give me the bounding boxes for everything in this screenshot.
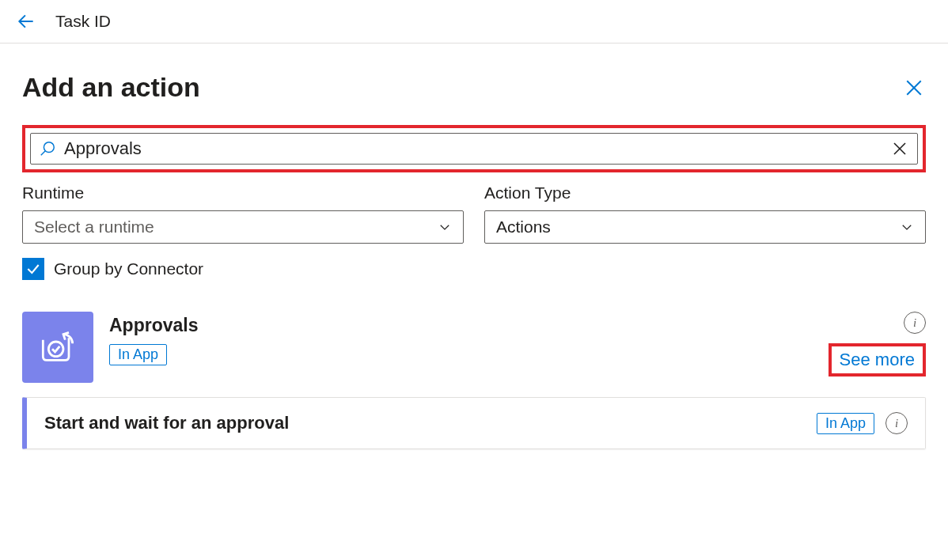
connector-header: Approvals In App i See more — [22, 312, 926, 383]
see-more-highlight: See more — [829, 343, 926, 376]
runtime-filter: Runtime Select a runtime — [22, 184, 464, 244]
action-type-value: Actions — [496, 218, 551, 236]
group-by-label: Group by Connector — [54, 259, 203, 278]
connector-name: Approvals — [109, 315, 198, 336]
x-icon — [890, 139, 909, 158]
content-area: Add an action — [0, 44, 948, 465]
action-right: In App i — [817, 412, 908, 434]
action-title: Start and wait for an approval — [44, 413, 289, 433]
search-box[interactable] — [30, 133, 918, 165]
close-icon — [902, 76, 926, 100]
see-more-link[interactable]: See more — [840, 350, 915, 369]
connector-info-button[interactable]: i — [904, 312, 926, 334]
action-badge: In App — [817, 413, 874, 434]
header-bar: Task ID — [0, 0, 948, 44]
title-row: Add an action — [22, 72, 926, 103]
approvals-icon — [36, 325, 80, 369]
close-button[interactable] — [902, 76, 926, 100]
action-type-filter: Action Type Actions — [484, 184, 926, 244]
action-type-label: Action Type — [484, 184, 926, 202]
svg-point-3 — [44, 142, 54, 153]
chevron-down-icon — [438, 220, 452, 234]
search-highlight-box — [22, 125, 926, 172]
approvals-connector-icon — [22, 312, 93, 383]
search-input[interactable] — [64, 138, 890, 159]
runtime-label: Runtime — [22, 184, 464, 202]
group-by-checkbox[interactable] — [22, 258, 44, 280]
arrow-left-icon — [16, 11, 36, 32]
group-by-row: Group by Connector — [22, 258, 926, 280]
connector-text: Approvals In App — [109, 312, 198, 365]
header-title: Task ID — [55, 12, 111, 31]
action-info-button[interactable]: i — [885, 412, 908, 434]
connector-left: Approvals In App — [22, 312, 198, 383]
filters-row: Runtime Select a runtime Action Type Act… — [22, 184, 926, 244]
svg-line-4 — [41, 151, 46, 156]
connector-right: i See more — [829, 312, 926, 376]
search-icon — [39, 140, 56, 157]
runtime-select[interactable]: Select a runtime — [22, 210, 464, 244]
search-clear-button[interactable] — [890, 139, 909, 158]
action-type-select[interactable]: Actions — [484, 210, 926, 244]
connector-badge: In App — [109, 344, 167, 365]
check-icon — [25, 261, 41, 277]
chevron-down-icon — [900, 220, 914, 234]
runtime-placeholder: Select a runtime — [34, 218, 154, 236]
action-card[interactable]: Start and wait for an approval In App i — [22, 397, 926, 449]
panel-title: Add an action — [22, 72, 200, 103]
back-arrow-button[interactable] — [16, 11, 36, 32]
